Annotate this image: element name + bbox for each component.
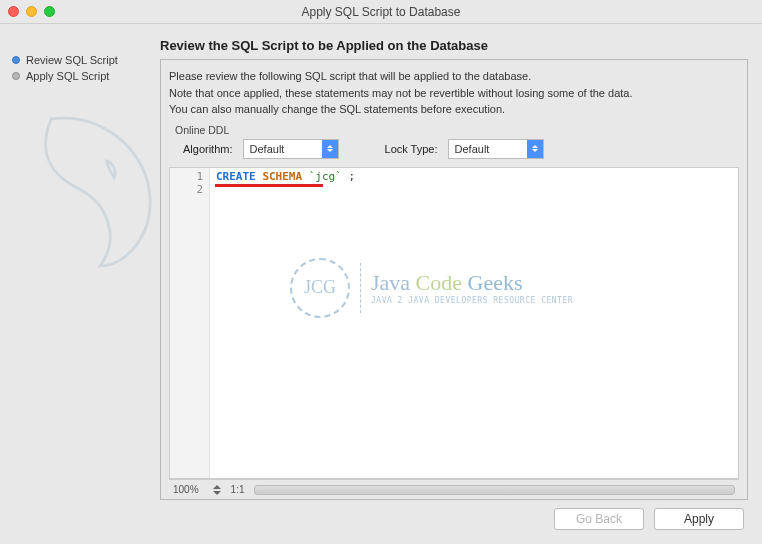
locktype-label: Lock Type:	[385, 143, 438, 155]
sql-keyword: SCHEMA	[262, 170, 302, 183]
description-line-2: Note that once applied, these statements…	[169, 85, 739, 102]
apply-button[interactable]: Apply	[654, 508, 744, 530]
page-title: Review the SQL Script to be Applied on t…	[160, 38, 748, 53]
watermark-subtitle: Java 2 Java Developers Resource Center	[371, 296, 573, 305]
sql-editor[interactable]: 1 2 CREATE SCHEMA `jcg` ; JCG	[169, 167, 739, 480]
sidebar: Review SQL Script Apply SQL Script	[0, 24, 160, 544]
code-area[interactable]: CREATE SCHEMA `jcg` ; JCG	[210, 168, 738, 479]
chevron-updown-icon	[527, 140, 543, 158]
line-number: 1	[170, 170, 203, 183]
watermark: JCG Java Code Geeks Java 2 Java Develope…	[290, 258, 573, 318]
sql-identifier: `jcg`	[309, 170, 342, 183]
line-number: 2	[170, 183, 203, 196]
algorithm-label: Algorithm:	[183, 143, 233, 155]
watermark-title: Java Code Geeks	[371, 270, 573, 296]
sidebar-item-label: Review SQL Script	[26, 54, 118, 66]
locktype-select[interactable]: Default	[448, 139, 544, 159]
zoom-stepper[interactable]	[213, 485, 221, 495]
horizontal-scrollbar[interactable]	[254, 485, 735, 495]
online-ddl-caption: Online DDL	[175, 124, 739, 136]
sidebar-item-apply[interactable]: Apply SQL Script	[12, 68, 150, 84]
mysql-dolphin-icon	[30, 104, 170, 274]
description-line-3: You can also manually change the SQL sta…	[169, 101, 739, 118]
sidebar-item-review[interactable]: Review SQL Script	[12, 52, 150, 68]
algorithm-value: Default	[250, 143, 285, 155]
annotation-underline	[215, 184, 323, 187]
sql-keyword: CREATE	[216, 170, 256, 183]
zoom-level: 100%	[173, 484, 199, 495]
go-back-button: Go Back	[554, 508, 644, 530]
algorithm-select[interactable]: Default	[243, 139, 339, 159]
titlebar: Apply SQL Script to Database	[0, 0, 762, 24]
step-bullet-active-icon	[12, 56, 20, 64]
step-bullet-inactive-icon	[12, 72, 20, 80]
sql-terminator: ;	[349, 170, 356, 183]
description-line-1: Please review the following SQL script t…	[169, 68, 739, 85]
watermark-logo-icon: JCG	[290, 258, 350, 318]
locktype-value: Default	[455, 143, 490, 155]
sidebar-item-label: Apply SQL Script	[26, 70, 109, 82]
editor-statusbar: 100% 1:1	[169, 479, 739, 499]
line-gutter: 1 2	[170, 168, 210, 479]
footer-buttons: Go Back Apply	[160, 508, 748, 536]
main-panel: Please review the following SQL script t…	[160, 59, 748, 500]
window-title: Apply SQL Script to Database	[0, 5, 762, 19]
chevron-updown-icon	[322, 140, 338, 158]
cursor-position: 1:1	[231, 484, 245, 495]
